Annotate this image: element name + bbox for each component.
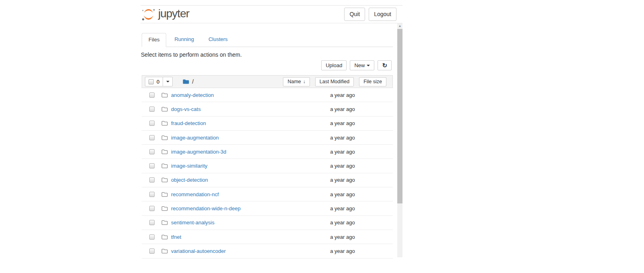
file-link[interactable]: tfnet — [171, 234, 181, 240]
last-modified-value: a year ago — [322, 163, 363, 169]
select-dropdown-button[interactable] — [163, 77, 173, 86]
row-checkbox[interactable] — [149, 92, 155, 98]
tab-files[interactable]: Files — [142, 33, 166, 47]
last-modified-value: a year ago — [322, 106, 363, 112]
folder-icon — [161, 234, 168, 240]
logo-text: jupyter — [158, 8, 189, 21]
row-checkbox[interactable] — [149, 177, 155, 183]
last-modified-value: a year ago — [322, 205, 363, 211]
jupyter-logo-icon — [142, 8, 155, 21]
select-all-button[interactable]: 0 — [145, 77, 163, 86]
file-row: object-detection a year ago — [142, 173, 393, 187]
caret-down-icon — [367, 65, 370, 66]
last-modified-value: a year ago — [322, 191, 363, 197]
scroll-up-arrow-icon[interactable]: ▲ — [397, 23, 402, 29]
folder-icon — [161, 192, 168, 197]
quit-button[interactable]: Quit — [344, 8, 365, 21]
last-modified-value: a year ago — [322, 149, 363, 155]
file-row: image-augmentation-3d a year ago — [142, 145, 393, 159]
file-row: image-similarity a year ago — [142, 159, 393, 173]
jupyter-window: jupyter Quit Logout Files Running Cluste… — [140, 0, 402, 273]
row-checkbox[interactable] — [149, 149, 155, 154]
file-row: sentiment-analysis a year ago — [142, 216, 393, 230]
select-all-checkbox[interactable] — [149, 79, 154, 84]
sort-name-label: Name — [287, 79, 301, 84]
file-list-header: 0 / Name ↓ Last Modified File size — [142, 75, 393, 88]
refresh-button[interactable]: ↻ — [378, 60, 392, 70]
file-row: variational-autoencoder a year ago — [142, 244, 393, 258]
new-dropdown-button[interactable]: New — [350, 60, 374, 70]
folder-open-icon — [182, 79, 189, 84]
file-link[interactable]: image-augmentation — [171, 135, 219, 141]
scrollbar-thumb[interactable] — [397, 29, 402, 203]
file-link[interactable]: image-similarity — [171, 163, 207, 169]
breadcrumb-root[interactable]: / — [192, 78, 194, 85]
sort-file-size-button[interactable]: File size — [359, 77, 386, 86]
site-header: jupyter Quit Logout — [140, 5, 402, 23]
row-checkbox[interactable] — [149, 121, 155, 126]
folder-icon — [161, 163, 168, 168]
row-checkbox[interactable] — [149, 248, 155, 254]
file-link[interactable]: dogs-vs-cats — [171, 106, 201, 112]
upload-button[interactable]: Upload — [321, 60, 347, 70]
file-row: fraud-detection a year ago — [142, 117, 393, 131]
row-checkbox[interactable] — [149, 234, 155, 240]
refresh-icon: ↻ — [382, 62, 387, 69]
folder-icon — [161, 107, 168, 112]
row-checkbox[interactable] — [149, 206, 155, 211]
last-modified-value: a year ago — [322, 234, 363, 240]
tab-bar: Files Running Clusters — [142, 33, 393, 47]
folder-icon — [161, 121, 168, 126]
file-row: dogs-vs-cats a year ago — [142, 102, 393, 116]
folder-icon — [161, 177, 168, 183]
header-buttons: Quit Logout — [344, 8, 396, 21]
file-row: image-augmentation a year ago — [142, 131, 393, 145]
jupyter-logo[interactable]: jupyter — [142, 8, 189, 21]
folder-icon — [161, 149, 168, 154]
file-link[interactable]: variational-autoencoder — [171, 248, 226, 254]
selected-count: 0 — [157, 79, 159, 85]
folder-icon — [161, 220, 168, 225]
last-modified-value: a year ago — [322, 220, 363, 226]
file-link[interactable]: anomaly-detection — [171, 92, 214, 98]
file-row: tfnet a year ago — [142, 230, 393, 244]
file-link[interactable]: recommendation-ncf — [171, 191, 219, 197]
row-checkbox[interactable] — [149, 135, 155, 140]
select-all-group: 0 — [145, 77, 173, 86]
folder-icon — [161, 135, 168, 140]
file-link[interactable]: object-detection — [171, 177, 208, 183]
caret-down-icon — [166, 81, 169, 82]
file-row: recommendation-wide-n-deep a year ago — [142, 201, 393, 216]
file-link[interactable]: sentiment-analysis — [171, 220, 215, 226]
new-button-label: New — [354, 62, 365, 68]
toolbar-actions: Upload New ↻ — [321, 60, 392, 70]
row-checkbox[interactable] — [149, 220, 155, 225]
tab-clusters[interactable]: Clusters — [202, 33, 234, 47]
last-modified-value: a year ago — [322, 248, 363, 254]
last-modified-value: a year ago — [322, 92, 363, 98]
folder-icon — [161, 248, 168, 254]
last-modified-value: a year ago — [322, 177, 363, 183]
logout-button[interactable]: Logout — [369, 8, 396, 21]
file-link[interactable]: fraud-detection — [171, 120, 206, 126]
breadcrumb: / — [182, 78, 194, 85]
select-items-hint: Select items to perform actions on them. — [141, 51, 242, 58]
folder-icon — [161, 206, 168, 211]
file-link[interactable]: recommendation-wide-n-deep — [171, 205, 241, 211]
sort-name-button[interactable]: Name ↓ — [283, 77, 310, 86]
sort-descending-icon: ↓ — [303, 79, 305, 84]
row-checkbox[interactable] — [149, 163, 155, 168]
last-modified-value: a year ago — [322, 135, 363, 141]
row-checkbox[interactable] — [149, 107, 155, 112]
tab-running[interactable]: Running — [168, 33, 200, 47]
file-row: anomaly-detection a year ago — [142, 88, 393, 102]
last-modified-value: a year ago — [322, 120, 363, 126]
vertical-scrollbar[interactable]: ▲ — [397, 23, 402, 257]
file-list: anomaly-detection a year ago dogs-vs-cat… — [142, 88, 393, 259]
file-row: recommendation-ncf a year ago — [142, 187, 393, 201]
sort-buttons: Name ↓ Last Modified File size — [283, 77, 386, 86]
sort-last-modified-button[interactable]: Last Modified — [315, 77, 354, 86]
file-link[interactable]: image-augmentation-3d — [171, 149, 226, 155]
row-checkbox[interactable] — [149, 192, 155, 197]
folder-icon — [161, 92, 168, 98]
